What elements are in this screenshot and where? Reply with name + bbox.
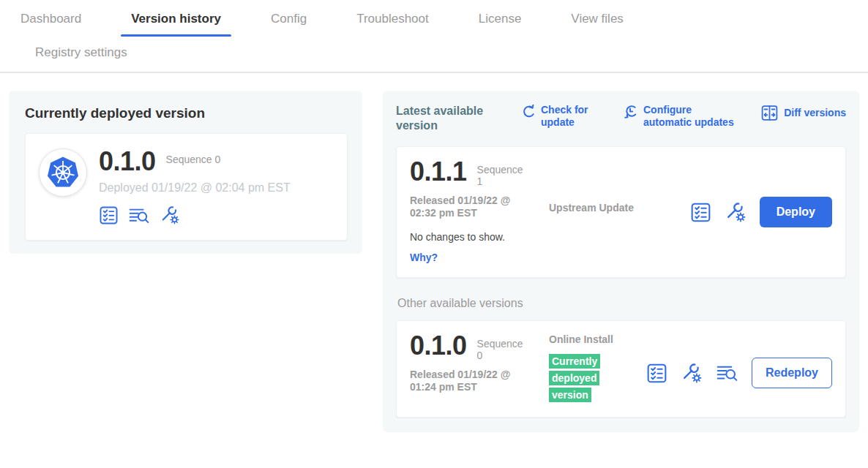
config-wrench-gear-icon[interactable] [725, 201, 747, 223]
tab-license[interactable]: License [479, 12, 522, 26]
latest-released-timestamp: Released 01/19/22 @ 02:32 pm EST [410, 195, 531, 219]
config-wrench-gear-icon[interactable] [160, 205, 180, 225]
kubernetes-logo [45, 154, 81, 191]
tab-registry-settings[interactable]: Registry settings [35, 45, 127, 59]
other-version-actions: Redeploy [646, 358, 832, 388]
other-sequence-label: Sequence 0 [477, 333, 528, 361]
refresh-arrow-icon [520, 104, 536, 119]
nav-tab-row-2: Registry settings [20, 38, 868, 72]
currently-deployed-badge: Currently deployed version [549, 354, 600, 402]
deployed-version-card: 0.1.0 Sequence 0 Deployed 01/19/22 @ 02:… [25, 133, 348, 241]
spacer [637, 159, 690, 264]
deployed-version-info: 0.1.0 Sequence 0 Deployed 01/19/22 @ 02:… [99, 148, 291, 225]
latest-sequence-label: Sequence 1 [477, 159, 528, 187]
preflight-checklist-icon[interactable] [690, 202, 711, 223]
latest-version-info: 0.1.1 Sequence 1 Released 01/19/22 @ 02:… [410, 159, 549, 264]
currently-deployed-panel: Currently deployed version [9, 91, 362, 254]
latest-version-actions: Deploy [690, 197, 832, 227]
currently-deployed-title: Currently deployed version [25, 105, 348, 121]
tab-view-files[interactable]: View files [571, 12, 624, 26]
latest-version-card: 0.1.1 Sequence 1 Released 01/19/22 @ 02:… [396, 146, 846, 278]
view-logs-icon[interactable] [716, 363, 738, 383]
other-version-info: 0.1.0 Sequence 0 Released 01/19/22 @ 01:… [410, 333, 549, 404]
config-wrench-gear-icon[interactable] [681, 362, 703, 384]
tab-config[interactable]: Config [271, 12, 307, 26]
check-for-update-label: Check for update [541, 104, 596, 129]
available-versions-panel: Latest available version Check for updat… [383, 91, 859, 432]
tab-version-history[interactable]: Version history [131, 12, 221, 26]
deployed-timestamp: Deployed 01/19/22 @ 02:04 pm EST [99, 181, 291, 195]
other-released-timestamp: Released 01/19/22 @ 01:24 pm EST [410, 369, 531, 393]
app-logo-badge [39, 148, 87, 197]
configure-automatic-updates-link[interactable]: Configure automatic updates [623, 104, 743, 129]
currently-deployed-badge-wrap: Currently deployed version [549, 353, 607, 404]
top-nav: Dashboard Version history Config Trouble… [0, 0, 868, 73]
other-available-versions-heading: Other available versions [397, 297, 846, 310]
deployed-action-icons [99, 205, 291, 225]
auto-update-clock-icon [623, 104, 638, 119]
available-versions-header: Latest available version Check for updat… [396, 104, 846, 133]
preflight-checklist-icon[interactable] [646, 363, 667, 384]
other-version-card: 0.1.0 Sequence 0 Released 01/19/22 @ 01:… [396, 320, 846, 418]
diff-versions-label: Diff versions [784, 107, 846, 119]
other-version-number: 0.1.0 [410, 333, 467, 359]
deployed-version-number: 0.1.0 [99, 148, 156, 175]
spacer [637, 333, 646, 404]
latest-version-source: Upstream Update [549, 159, 637, 264]
view-logs-icon[interactable] [128, 205, 150, 225]
nav-tab-row: Dashboard Version history Config Trouble… [20, 0, 868, 38]
check-for-update-link[interactable]: Check for update [520, 104, 596, 129]
latest-version-number: 0.1.1 [410, 159, 467, 185]
main-content: Currently deployed version [0, 73, 868, 432]
tab-dashboard[interactable]: Dashboard [20, 12, 81, 26]
redeploy-button[interactable]: Redeploy [752, 358, 832, 388]
preflight-checklist-icon[interactable] [99, 205, 119, 225]
latest-available-title: Latest available version [396, 104, 503, 133]
other-version-source-col: Online Install Currently deployed versio… [549, 333, 637, 404]
deploy-button[interactable]: Deploy [760, 197, 832, 227]
why-link[interactable]: Why? [410, 252, 438, 263]
configure-automatic-updates-label: Configure automatic updates [643, 104, 743, 129]
deployed-sequence-label: Sequence 0 [166, 148, 221, 165]
diff-columns-icon [760, 104, 779, 122]
diff-versions-link[interactable]: Diff versions [760, 104, 846, 122]
no-changes-text: No changes to show. [410, 231, 549, 243]
tab-troubleshoot[interactable]: Troubleshoot [356, 12, 429, 26]
other-version-source: Online Install [549, 333, 613, 345]
